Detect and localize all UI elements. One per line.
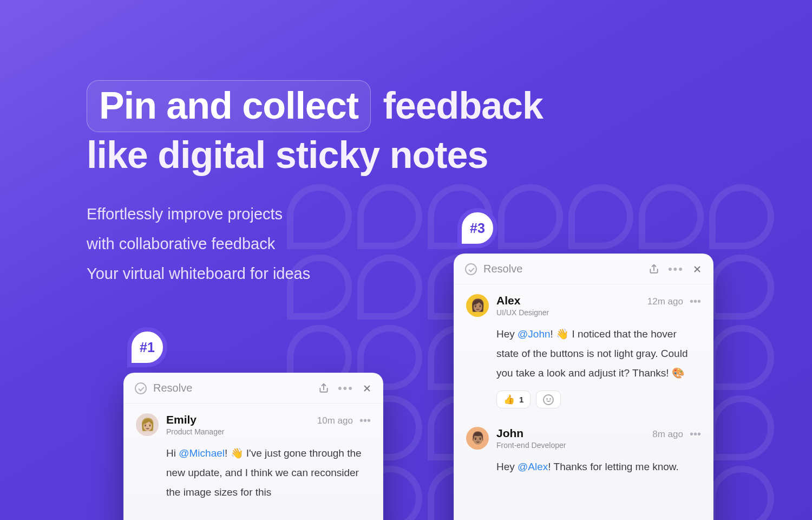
hero-headline-rest1: feedback	[373, 84, 543, 127]
comment: 👩🏼 Emily Product Manager 10m ago ••• Hi …	[124, 404, 383, 505]
pin-label: #1	[140, 340, 155, 355]
checkmark-circle-icon	[465, 263, 477, 275]
close-icon[interactable]	[692, 264, 702, 274]
resolve-button[interactable]: Resolve	[483, 263, 642, 275]
comment: 👨🏽 John Front-end Developer 8m ago ••• H…	[454, 417, 713, 480]
resolve-button[interactable]: Resolve	[153, 382, 312, 394]
hero-sub-line1: Effortlessly improve projects	[87, 199, 574, 229]
avatar: 👩🏼	[136, 413, 159, 436]
comment-author: Emily	[166, 413, 310, 426]
avatar: 👨🏽	[466, 427, 489, 450]
comment-author: John	[496, 427, 645, 440]
comment-author: Alex	[496, 294, 640, 307]
pin-badge-1[interactable]: #1	[127, 327, 167, 367]
mention[interactable]: @Alex	[518, 461, 548, 472]
mention[interactable]: @John	[518, 328, 551, 340]
comment-role: Product Manager	[166, 427, 310, 436]
reaction-thumbsup[interactable]: 👍 1	[496, 391, 531, 408]
comment-role: UI/UX Designer	[496, 308, 640, 317]
card-header: Resolve •••	[454, 254, 713, 284]
comment-role: Front-end Developer	[496, 441, 645, 450]
pin-badge-3[interactable]: #3	[457, 208, 497, 248]
checkmark-circle-icon	[135, 382, 147, 394]
share-icon[interactable]	[318, 383, 329, 394]
share-icon[interactable]	[649, 264, 659, 275]
hero-pill: Pin and collect	[87, 80, 371, 132]
reactions: 👍 1	[496, 391, 701, 408]
hero-headline: Pin and collect feedback like digital st…	[87, 80, 574, 178]
comment-body: Hey @John! 👋 I noticed that the hover st…	[496, 324, 701, 383]
comment-time: 8m ago	[652, 429, 683, 440]
mention[interactable]: @Michael	[179, 447, 225, 459]
more-icon[interactable]: •••	[668, 266, 684, 272]
comment-time: 10m ago	[317, 415, 353, 426]
smiley-icon	[543, 394, 554, 405]
close-icon[interactable]	[362, 384, 372, 393]
pin-label: #3	[470, 220, 485, 236]
hero-headline-line2: like digital sticky notes	[87, 134, 488, 176]
comment-more-icon[interactable]: •••	[359, 414, 371, 427]
reaction-emoji: 👍	[503, 394, 515, 405]
comment-more-icon[interactable]: •••	[690, 428, 701, 440]
comment-body: Hi @Michael! 👋 I've just gone through th…	[166, 444, 371, 502]
feedback-card-3: Resolve ••• 👩🏽 Alex UI/UX Designer 12m a…	[454, 253, 713, 520]
reaction-count: 1	[519, 395, 523, 404]
comment-body: Hey @Alex! Thanks for letting me know.	[496, 457, 701, 477]
card-header: Resolve •••	[124, 373, 383, 404]
avatar: 👩🏽	[466, 294, 489, 317]
add-reaction-button[interactable]	[536, 391, 561, 408]
comment: 👩🏽 Alex UI/UX Designer 12m ago ••• Hey @…	[454, 284, 713, 412]
comment-time: 12m ago	[647, 296, 683, 307]
more-icon[interactable]: •••	[338, 385, 353, 391]
comment-more-icon[interactable]: •••	[690, 295, 701, 308]
feedback-card-1: Resolve ••• 👩🏼 Emily Product Manager 10m…	[123, 373, 383, 520]
